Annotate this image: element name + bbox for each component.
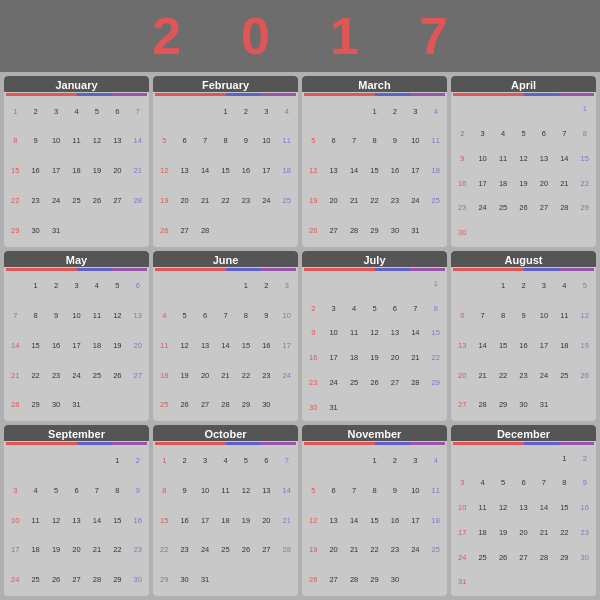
day-cell: 4 [25,476,45,506]
day-cell: 19 [513,171,533,196]
day-cell: 28 [344,565,364,595]
day-cell: 17 [256,156,276,186]
year-header: 2 0 1 7 [0,0,600,72]
day-cell: 18 [554,331,574,361]
day-cell [493,570,513,595]
year-digit-4: 7 [419,10,448,62]
day-cell: 3 [66,272,86,302]
day-cell [513,446,533,471]
day-cell [452,272,472,302]
day-cell: 1 [575,97,595,122]
day-cell [554,570,574,595]
day-cell: 24 [405,536,425,566]
day-cell: 28 [534,545,554,570]
day-cell: 3 [534,272,554,302]
day-cell: 31 [46,216,66,246]
day-cell: 15 [364,156,384,186]
day-cell: 27 [256,536,276,566]
day-cell: 1 [215,97,235,127]
day-cell: 7 [215,301,235,331]
day-cell: 13 [66,506,86,536]
day-cell: 12 [575,301,595,331]
day-cell: 26 [575,361,595,391]
day-cell: 1 [25,272,45,302]
day-cell: 14 [534,496,554,521]
day-cell: 26 [303,565,323,595]
day-cell: 23 [513,361,533,391]
day-cell: 3 [452,471,472,496]
day-cell: 23 [128,536,148,566]
day-cell: 30 [174,565,194,595]
day-cell: 14 [344,506,364,536]
day-cell [323,97,343,127]
day-cell: 19 [174,361,194,391]
day-cell: 10 [66,301,86,331]
day-cell: 17 [195,506,215,536]
day-cell [534,221,554,246]
year-digit-1: 2 [152,10,181,62]
day-cell: 12 [493,496,513,521]
day-cell: 25 [554,361,574,391]
day-cell: 11 [344,321,364,346]
day-cell: 8 [426,296,446,321]
day-cell [195,272,215,302]
month-stripe [155,268,296,271]
day-cell: 29 [426,371,446,396]
day-cell: 13 [195,331,215,361]
day-cell: 9 [513,301,533,331]
day-cell: 4 [426,97,446,127]
day-cell: 25 [66,186,86,216]
day-cell: 17 [452,521,472,546]
day-cell: 29 [236,391,256,421]
day-cell: 5 [107,272,127,302]
day-cell: 29 [5,216,25,246]
day-cell [303,446,323,476]
day-cell: 10 [323,321,343,346]
day-cell: 2 [513,272,533,302]
day-cell: 5 [493,471,513,496]
day-cell: 6 [107,97,127,127]
day-cell: 21 [128,156,148,186]
day-cell: 11 [277,127,297,157]
day-cell: 24 [323,371,343,396]
day-cell: 20 [323,536,343,566]
day-cell: 9 [128,476,148,506]
day-cell: 20 [323,186,343,216]
day-cell: 3 [5,476,25,506]
day-cell: 13 [174,156,194,186]
day-cell: 18 [66,156,86,186]
day-cell: 16 [46,331,66,361]
day-cell: 8 [364,127,384,157]
day-cell: 30 [25,216,45,246]
day-cell: 25 [344,371,364,396]
day-cell: 19 [364,346,384,371]
day-cell [426,565,446,595]
day-cell: 21 [5,361,25,391]
day-cell: 14 [87,506,107,536]
day-cell [323,446,343,476]
day-cell: 12 [46,506,66,536]
day-cell: 23 [25,186,45,216]
day-cell [215,216,235,246]
day-cell: 1 [364,446,384,476]
day-cell: 4 [344,296,364,321]
day-cell: 2 [236,97,256,127]
month-block-august: August1234567891011121314151617181920212… [451,251,596,422]
day-cell: 22 [107,536,127,566]
day-cell: 15 [493,331,513,361]
day-cell: 3 [277,272,297,302]
day-cell: 6 [534,122,554,147]
day-cell: 18 [277,156,297,186]
day-cell: 15 [364,506,384,536]
day-cell: 21 [344,536,364,566]
day-cell: 29 [364,216,384,246]
day-cell [87,391,107,421]
day-cell: 15 [236,331,256,361]
day-cell: 1 [154,446,174,476]
day-cell: 13 [452,331,472,361]
day-cell: 25 [215,536,235,566]
day-cell: 15 [575,147,595,172]
day-cell [405,396,425,421]
day-cell: 2 [575,446,595,471]
day-cell: 24 [46,186,66,216]
